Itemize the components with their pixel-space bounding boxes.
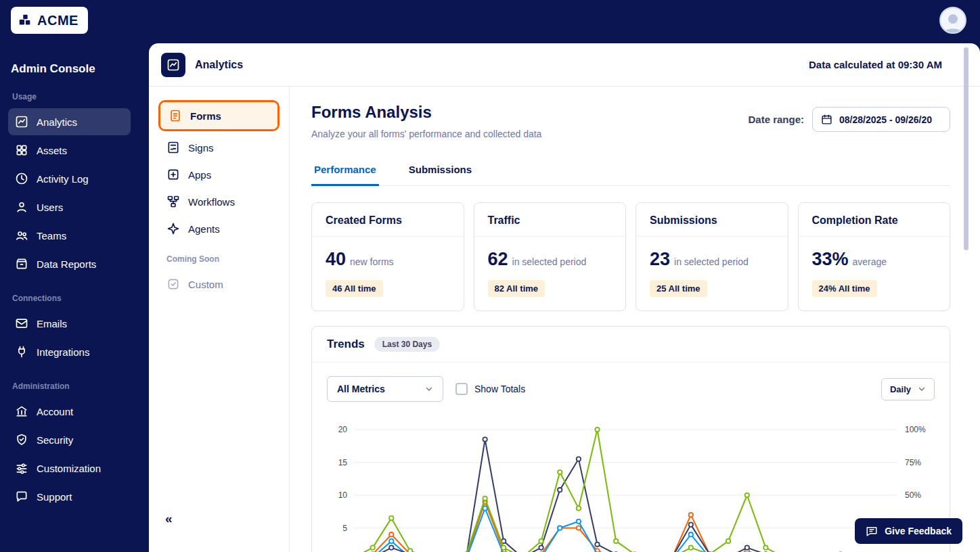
chevron-down-icon xyxy=(425,385,433,393)
topbar: ACME xyxy=(0,0,980,41)
user-avatar[interactable] xyxy=(939,7,966,34)
sidebar-item-data-reports[interactable]: Data Reports xyxy=(8,250,131,277)
analytics-app-icon xyxy=(161,53,185,77)
data-reports-icon xyxy=(15,257,28,271)
sidebar-item-assets[interactable]: Assets xyxy=(8,137,131,164)
svg-text:20: 20 xyxy=(338,425,348,434)
trends-title: Trends xyxy=(327,338,365,351)
forms-analysis-content: Forms Analysis Analyze your all forms' p… xyxy=(290,87,980,552)
assets-icon xyxy=(15,143,28,157)
tab-performance[interactable]: Performance xyxy=(311,157,379,186)
stat-title: Submissions xyxy=(636,203,788,237)
svg-text:100%: 100% xyxy=(905,425,926,434)
svg-text:10: 10 xyxy=(338,490,348,500)
main-scrollbar[interactable] xyxy=(964,47,968,250)
show-totals-label: Show Totals xyxy=(474,384,525,394)
chevron-down-icon xyxy=(918,385,926,393)
nav-item-custom[interactable]: Custom xyxy=(158,271,280,298)
calendar-icon xyxy=(821,114,832,125)
sidebar-item-teams[interactable]: Teams xyxy=(8,222,131,249)
brand-logo[interactable]: ACME xyxy=(11,7,88,34)
sidebar-item-label: Customization xyxy=(37,463,101,474)
emails-icon xyxy=(15,317,28,330)
sidebar-item-label: Assets xyxy=(37,145,67,156)
sidebar-item-emails[interactable]: Emails xyxy=(8,310,131,337)
account-icon xyxy=(15,405,28,418)
metrics-select[interactable]: All Metrics xyxy=(327,376,443,402)
sidebar-item-account[interactable]: Account xyxy=(8,398,131,425)
show-totals-toggle[interactable]: Show Totals xyxy=(455,383,525,395)
page-title: Forms Analysis xyxy=(311,103,541,122)
signs-icon xyxy=(166,141,180,154)
sidebar-item-integrations[interactable]: Integrations xyxy=(8,338,131,365)
analytics-nav: Forms Signs Apps Workflows Agents Coming… xyxy=(149,87,290,552)
nav-item-label: Agents xyxy=(188,223,220,235)
analytics-icon xyxy=(15,115,28,129)
tab-submissions[interactable]: Submissions xyxy=(406,157,474,185)
forms-icon xyxy=(169,109,182,122)
nav-item-label: Signs xyxy=(188,142,214,154)
interval-select-value: Daily xyxy=(890,384,911,394)
nav-item-workflows[interactable]: Workflows xyxy=(158,188,280,215)
stat-value: 40 xyxy=(326,249,346,269)
svg-text:50%: 50% xyxy=(905,490,921,500)
svg-text:5: 5 xyxy=(342,524,347,533)
date-range-label: Date range: xyxy=(748,114,804,125)
sidebar-item-label: Activity Log xyxy=(37,173,89,185)
sidebar-item-label: Account xyxy=(37,406,73,417)
customization-sliders-icon xyxy=(15,461,28,475)
sidebar-item-label: Security xyxy=(37,434,73,446)
nav-item-signs[interactable]: Signs xyxy=(158,134,280,161)
section-label-administration: Administration xyxy=(12,382,127,391)
sidebar-item-customization[interactable]: Customization xyxy=(8,455,131,482)
integrations-icon xyxy=(15,345,28,359)
stat-unit: in selected period xyxy=(674,256,749,267)
sidebar-item-security[interactable]: Security xyxy=(8,426,131,453)
date-range-picker[interactable]: 08/28/2025 - 09/26/20 xyxy=(812,107,950,132)
forms-focus-ring: Forms xyxy=(158,100,280,131)
stat-card-submissions: Submissions 23in selected period 25 All … xyxy=(636,202,788,311)
brand-blocks-icon xyxy=(18,13,32,28)
stat-alltime-badge: 24% All time xyxy=(812,280,877,297)
sidebar-item-label: Analytics xyxy=(37,116,77,128)
stat-value: 23 xyxy=(650,249,670,269)
brand-name: ACME xyxy=(37,13,79,28)
stat-alltime-badge: 25 All time xyxy=(650,280,707,297)
sidebar-item-activity-log[interactable]: Activity Log xyxy=(8,165,131,192)
sidebar-item-label: Integrations xyxy=(37,346,89,358)
stat-unit: average xyxy=(853,256,887,267)
stat-card-created-forms: Created Forms 40new forms 46 All time xyxy=(311,202,464,311)
stat-value: 62 xyxy=(488,249,508,269)
sidebar-item-support[interactable]: Support xyxy=(8,483,131,510)
support-chat-icon xyxy=(15,490,28,503)
sidebar-item-label: Teams xyxy=(37,230,66,242)
date-range: Date range: 08/28/2025 - 09/26/20 xyxy=(748,107,950,132)
stat-card-traffic: Traffic 62in selected period 82 All time xyxy=(474,202,627,311)
stat-card-completion-rate: Completion Rate 33%average 24% All time xyxy=(798,202,951,311)
sidebar-item-analytics[interactable]: Analytics xyxy=(8,108,131,135)
apps-icon xyxy=(166,168,180,181)
give-feedback-button[interactable]: Give Feedback xyxy=(855,518,962,544)
nav-item-label: Workflows xyxy=(188,196,235,208)
stat-unit: new forms xyxy=(350,256,394,267)
stat-title: Traffic xyxy=(474,203,626,237)
sidebar-item-label: Support xyxy=(37,491,72,503)
nav-item-label: Forms xyxy=(190,110,221,122)
nav-item-forms[interactable]: Forms xyxy=(160,102,277,129)
stat-value: 33% xyxy=(812,249,849,269)
trends-line-chart: 20100%1575%1050%5 xyxy=(312,406,950,552)
nav-item-agents[interactable]: Agents xyxy=(158,215,280,242)
collapse-nav-icon[interactable]: « xyxy=(165,511,173,526)
interval-select[interactable]: Daily xyxy=(881,378,935,400)
teams-icon xyxy=(15,229,28,242)
svg-text:15: 15 xyxy=(338,458,348,467)
coming-soon-label: Coming Soon xyxy=(166,254,271,264)
section-label-usage: Usage xyxy=(12,92,127,101)
stat-alltime-badge: 46 All time xyxy=(326,280,383,297)
nav-item-apps[interactable]: Apps xyxy=(158,161,280,188)
sidebar-item-users[interactable]: Users xyxy=(8,193,131,221)
sidebar-title: Admin Console xyxy=(11,62,128,76)
svg-text:75%: 75% xyxy=(905,458,921,467)
stat-unit: in selected period xyxy=(512,256,587,267)
show-totals-checkbox[interactable] xyxy=(455,383,468,395)
